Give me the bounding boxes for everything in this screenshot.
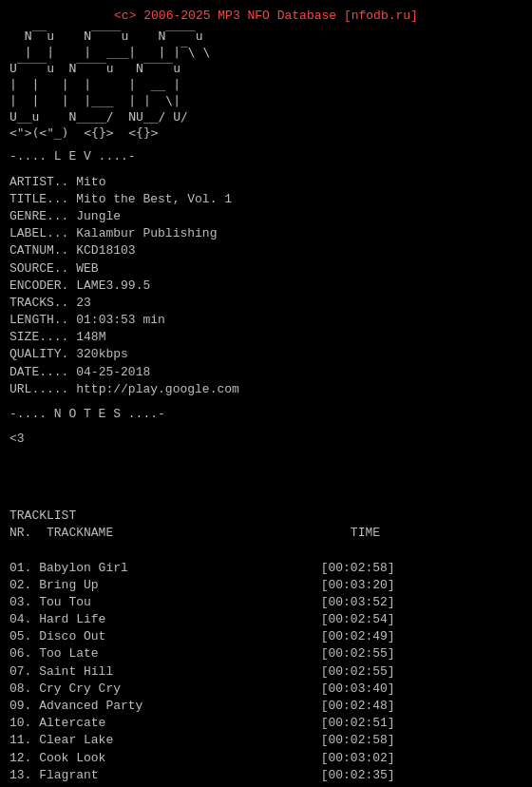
size-value: 148M (76, 330, 105, 344)
title-label: TITLE... (10, 192, 68, 206)
encoder-value: LAME3.99.5 (76, 278, 150, 293)
notes-content: <3 (10, 431, 522, 448)
date-value: 04-25-2018 (76, 365, 150, 379)
encoder-label: ENCODER. (10, 278, 68, 293)
catnum-label: CATNUM.. (10, 243, 68, 258)
tracklist-heading: TRACKLIST (10, 509, 76, 523)
label-value: Kalambur Publishing (76, 226, 217, 240)
source-label: SOURCE.. (10, 261, 68, 276)
length-label: LENGTH.. (10, 313, 68, 327)
track-list-content: 01. Babylon Girl [00:02:58] 02. Bring Up… (10, 561, 395, 787)
ascii-art-logo: N‾‾u N‾‾‾‾u N‾‾‾‾u | | | ___| | |‾\ \ U‾… (10, 29, 522, 141)
genre-value: Jungle (76, 209, 121, 223)
size-label: SIZE.... (10, 330, 68, 344)
section-divider-lev: -.... L E V ....- (10, 148, 522, 165)
tracklist-block: TRACKLIST NR. TRACKNAME TIME 01. Babylon… (10, 490, 522, 787)
genre-label: GENRE... (10, 209, 68, 223)
label-label: LABEL... (10, 226, 68, 240)
header-copyright: <c> 2006-2025 MP3 NFO Database [nfodb.ru… (10, 8, 522, 25)
section-divider-notes: -.... N O T E S ....- (10, 406, 522, 423)
artist-value: Mito (76, 175, 105, 189)
tracks-label: TRACKS.. (10, 296, 68, 310)
date-label: DATE.... (10, 365, 68, 379)
quality-value: 320kbps (76, 347, 128, 361)
source-value: WEB (76, 261, 98, 276)
tracklist-header: NR. TRACKNAME TIME (10, 526, 380, 540)
url-label: URL..... (10, 382, 68, 396)
tracks-value: 23 (76, 296, 91, 310)
url-value: http://play.google.com (76, 382, 239, 396)
length-value: 01:03:53 min (76, 313, 165, 327)
catnum-value: KCD18103 (76, 243, 135, 258)
title-value: Mito the Best, Vol. 1 (76, 192, 232, 206)
metadata-block: ARTIST.. Mito TITLE... Mito the Best, Vo… (10, 174, 522, 398)
artist-label: ARTIST.. (10, 175, 68, 189)
quality-label: QUALITY. (10, 347, 68, 361)
